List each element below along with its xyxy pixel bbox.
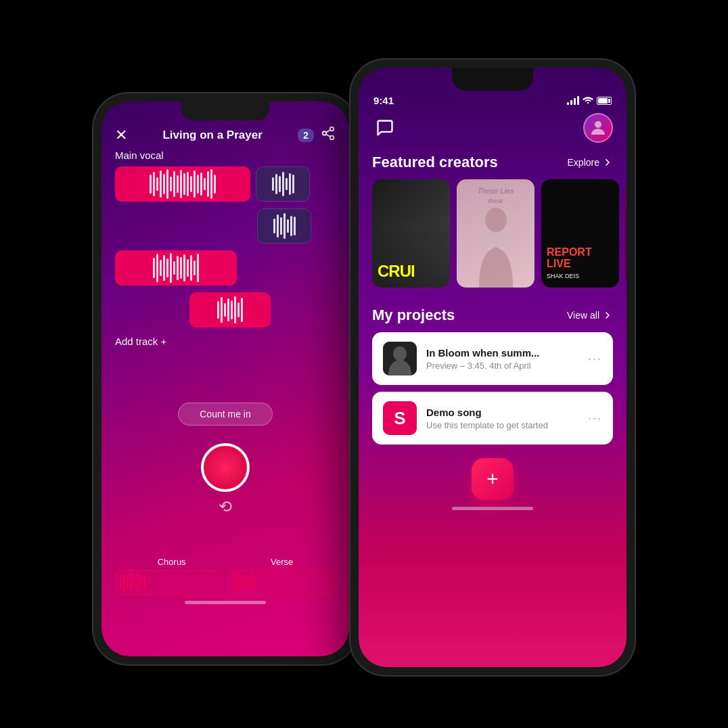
chorus-label: Chorus [158, 557, 186, 567]
bottom-waveform-1[interactable] [115, 570, 223, 595]
editor-top-bar: ✕ Living on a Prayer 2 [101, 120, 349, 147]
svg-line-3 [326, 134, 330, 137]
project-meta-1: Preview – 3:45, 4th of April [426, 361, 578, 371]
project-more-1[interactable]: ··· [588, 352, 602, 366]
project-name-1: In Bloom when summ... [426, 347, 578, 359]
wifi-icon [583, 95, 593, 106]
creator-card-1[interactable]: CRUI [372, 179, 450, 288]
creator-3-title: REPORTLIVE [547, 246, 614, 270]
waveform-1[interactable] [115, 166, 250, 202]
track-row-1 [115, 166, 336, 202]
creators-row: CRUI These Liesthese [359, 179, 627, 288]
svg-point-6 [485, 208, 507, 232]
view-all-link[interactable]: View all [567, 310, 613, 321]
count-me-in-button[interactable]: Count me in [178, 403, 273, 426]
editor-phone: ✕ Living on a Prayer 2 Main vocal [93, 93, 357, 664]
bottom-labels: Chorus Verse [101, 516, 349, 570]
bottom-waveforms [101, 570, 349, 595]
verse-label: Verse [271, 557, 293, 567]
project-info-2: Demo song Use this template to get start… [426, 407, 578, 430]
main-vocal-label: Main vocal [101, 147, 349, 166]
close-icon[interactable]: ✕ [115, 127, 127, 144]
status-time: 9:41 [373, 95, 394, 106]
chat-icon[interactable] [372, 115, 398, 141]
explore-label: Explore [568, 157, 599, 168]
loop-icon[interactable]: ⟲ [101, 497, 349, 516]
project-meta-2: Use this template to get started [426, 420, 578, 430]
track-row-4 [115, 292, 336, 327]
notch-back [181, 101, 269, 120]
svg-line-4 [326, 130, 330, 133]
home-phone: 9:41 [350, 60, 635, 675]
featured-creators-title: Featured creators [372, 154, 498, 171]
bottom-waveform-2[interactable] [228, 570, 336, 595]
notch-front [452, 68, 533, 91]
signal-icon [567, 96, 579, 105]
status-icons [567, 95, 612, 106]
badge-count: 2 [298, 129, 314, 142]
featured-creators-header: Featured creators Explore [359, 151, 627, 179]
svg-text:S: S [394, 408, 405, 428]
avatar[interactable] [583, 113, 613, 143]
svg-point-8 [393, 346, 407, 361]
project-more-2[interactable]: ··· [588, 411, 602, 426]
top-nav [359, 108, 627, 151]
my-projects-title: My projects [372, 306, 455, 324]
project-card-2[interactable]: S Demo song Use this template to get sta… [372, 392, 613, 445]
creator-card-2[interactable]: These Liesthese [457, 179, 534, 288]
svg-point-5 [595, 121, 601, 128]
my-projects-header: My projects View all [359, 304, 627, 332]
explore-link[interactable]: Explore [568, 157, 613, 168]
battery-icon [597, 97, 612, 105]
view-all-label: View all [567, 310, 599, 321]
projects-section: My projects View all [359, 304, 627, 445]
record-button[interactable] [201, 443, 250, 492]
fab-button[interactable]: + [472, 458, 514, 500]
project-card-1[interactable]: In Bloom when summ... Preview – 3:45, 4t… [372, 332, 613, 385]
project-thumb-1 [383, 342, 417, 376]
creator-3-sub: SHAK DEIS [547, 273, 614, 279]
waveform-3[interactable] [257, 208, 311, 244]
project-info-1: In Bloom when summ... Preview – 3:45, 4t… [426, 347, 578, 371]
waveform-4[interactable] [115, 250, 237, 286]
track-row-2 [115, 208, 336, 244]
waveform-5[interactable] [189, 292, 271, 327]
project-name-2: Demo song [426, 407, 578, 418]
tracks-area [101, 166, 349, 327]
creator-card-4[interactable] [626, 179, 627, 288]
home-indicator-back [185, 601, 266, 604]
song-title: Living on a Prayer [162, 129, 262, 142]
add-track-button[interactable]: Add track + [101, 327, 349, 355]
track-row-3 [115, 250, 336, 286]
share-icon[interactable] [321, 126, 336, 144]
top-right-icons: 2 [298, 126, 336, 144]
waveform-2[interactable] [256, 166, 310, 202]
project-thumb-2: S [383, 401, 417, 435]
creator-card-3[interactable]: REPORTLIVE SHAK DEIS [541, 179, 619, 288]
status-bar: 9:41 [359, 91, 627, 108]
home-indicator-front [452, 507, 533, 510]
creator-1-text: CRUI [378, 262, 415, 281]
